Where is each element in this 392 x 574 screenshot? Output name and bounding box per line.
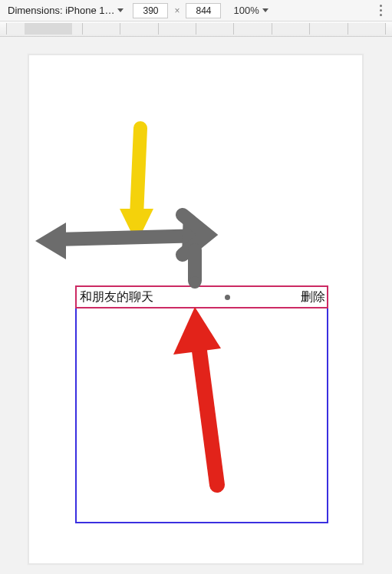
delete-button[interactable]: 删除 — [301, 289, 327, 305]
viewport-height-input[interactable] — [186, 3, 221, 18]
chevron-down-icon — [262, 8, 268, 12]
ruler-segment[interactable] — [348, 23, 386, 35]
gray-horizontal-arrow-icon — [35, 215, 211, 289]
chat-card-title: 和朋友的聊天 — [77, 289, 153, 305]
ruler-segment[interactable] — [196, 23, 233, 35]
ruler-segment[interactable] — [309, 23, 347, 35]
more-vert-icon — [380, 14, 382, 16]
more-vert-icon — [380, 5, 382, 7]
ruler-segment[interactable] — [82, 23, 120, 35]
more-options-button[interactable] — [374, 1, 387, 21]
drag-dot-icon[interactable] — [225, 295, 230, 300]
chat-card-header[interactable]: 和朋友的聊天 删除 — [75, 285, 328, 308]
dimensions-separator-label: × — [174, 5, 180, 16]
drag-handle-wrap — [153, 295, 301, 300]
ruler-segment[interactable] — [272, 23, 309, 35]
ruler-segment[interactable] — [120, 23, 157, 35]
device-dimensions-dropdown[interactable]: Dimensions: iPhone 1… — [5, 3, 127, 18]
svg-marker-2 — [182, 217, 211, 253]
device-canvas-background: 和朋友的聊天 删除 — [0, 37, 392, 574]
zoom-level-label: 100% — [233, 5, 259, 16]
ruler-segment[interactable] — [158, 23, 196, 35]
devtools-device-toolbar: Dimensions: iPhone 1… × 100% — [0, 0, 392, 21]
ruler-segment[interactable] — [233, 23, 271, 35]
more-vert-icon — [380, 9, 382, 12]
svg-marker-0 — [120, 209, 153, 243]
responsive-ruler — [0, 21, 392, 37]
chevron-down-icon — [117, 8, 124, 12]
zoom-level-dropdown[interactable]: 100% — [230, 3, 271, 18]
yellow-arrow-icon — [120, 128, 153, 243]
viewport-width-input[interactable] — [133, 3, 168, 18]
ruler-current-breakpoint[interactable] — [25, 23, 72, 35]
svg-marker-1 — [35, 223, 66, 259]
device-screen: 和朋友的聊天 删除 — [28, 54, 364, 565]
chat-card: 和朋友的聊天 删除 — [75, 285, 328, 523]
device-dimensions-label: Dimensions: iPhone 1… — [8, 5, 114, 16]
